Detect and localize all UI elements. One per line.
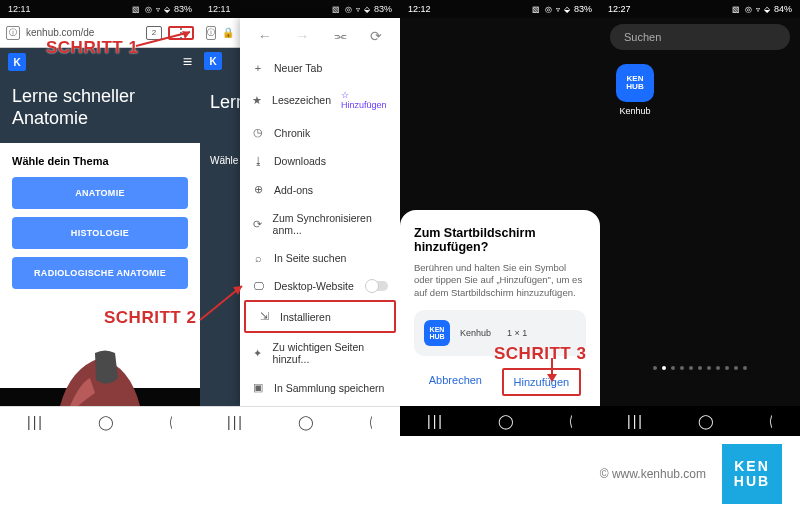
nav-recent-icon[interactable]: |||: [27, 414, 44, 430]
menu-item-install[interactable]: ⇲Installieren: [244, 300, 396, 333]
addon-icon: ⊕: [252, 183, 264, 196]
anatomy-illustration: [0, 338, 200, 406]
status-battery: 83%: [574, 4, 592, 14]
kenhub-logo[interactable]: K: [8, 53, 26, 71]
status-battery: 84%: [774, 4, 792, 14]
copyright-text: © www.kenhub.com: [600, 467, 706, 481]
download-icon: ⭳: [252, 155, 264, 167]
webpage-behind-menu: ⓘ🔒 K Lern Wähle: [200, 18, 240, 406]
search-icon: ⌕: [252, 252, 264, 264]
dialog-cancel-button[interactable]: Abbrechen: [419, 368, 492, 396]
kenhub-logo: K: [204, 52, 222, 70]
menu-back-icon[interactable]: ←: [258, 28, 272, 44]
nav-back-icon[interactable]: ⟨: [769, 413, 773, 429]
android-nav-bar: ||| ◯ ⟨: [0, 406, 200, 436]
nav-home-icon[interactable]: ◯: [498, 413, 514, 429]
app-preview-card[interactable]: KEN HUB Kenhub1 × 1: [414, 310, 586, 356]
dialog-title: Zum Startbildschirm hinzufügen?: [414, 226, 586, 254]
page-title-peek: Lern: [200, 74, 240, 113]
dialog-body: Berühren und halten Sie ein Symbol oder …: [414, 262, 586, 300]
nav-home-icon[interactable]: ◯: [298, 414, 314, 430]
status-icons: ▧ ◎ ▿ ⬙: [132, 5, 171, 14]
nav-home-icon[interactable]: ◯: [698, 413, 714, 429]
bookmark-add-link[interactable]: ☆ Hinzufügen: [341, 90, 388, 110]
menu-item-desktop-site[interactable]: 🖵Desktop-Website: [240, 272, 400, 300]
subheading-peek: Wähle: [200, 113, 240, 166]
status-bar: 12:12 ▧ ◎ ▿ ⬙83%: [400, 0, 600, 18]
homescreen-app-kenhub[interactable]: KEN HUB Kenhub: [614, 64, 656, 116]
page-indicator: [600, 366, 800, 370]
nav-back-icon[interactable]: ⟨: [569, 413, 573, 429]
nav-back-icon[interactable]: ⟨: [169, 414, 173, 430]
kenhub-brand-block: KEN HUB: [722, 444, 782, 504]
app-icon: KEN HUB: [424, 320, 450, 346]
menu-reload-icon[interactable]: ⟳: [370, 28, 382, 44]
hamburger-icon[interactable]: ≡: [183, 53, 192, 71]
menu-item-top-sites[interactable]: ✦Zu wichtigen Seiten hinzuf...: [240, 333, 400, 373]
status-time: 12:11: [208, 4, 231, 14]
nav-back-icon[interactable]: ⟨: [369, 414, 373, 430]
browser-overflow-menu: ← → ⫘ ⟳ +Neuer Tab ★Lesezeichen☆ Hinzufü…: [240, 18, 400, 406]
android-nav-bar: ||| ◯ ⟨: [400, 406, 600, 436]
nav-recent-icon[interactable]: |||: [627, 413, 644, 429]
menu-item-find[interactable]: ⌕In Seite suchen: [240, 244, 400, 272]
menu-item-history[interactable]: ◷Chronik: [240, 118, 400, 147]
menu-item-new-tab[interactable]: +Neuer Tab: [240, 54, 400, 82]
app-drawer-search[interactable]: Suchen: [610, 24, 790, 50]
status-battery: 83%: [174, 4, 192, 14]
nav-recent-icon[interactable]: |||: [227, 414, 244, 430]
status-time: 12:11: [8, 4, 31, 14]
app-name: Kenhub: [460, 328, 491, 338]
site-info-icon: ⓘ: [206, 26, 216, 40]
menu-item-addons[interactable]: ⊕Add-ons: [240, 175, 400, 204]
section-subheading: Wähle dein Thema: [12, 155, 188, 167]
topic-button-histologie[interactable]: HISTOLOGIE: [12, 217, 188, 249]
menu-share-icon[interactable]: ⫘: [333, 28, 347, 44]
dialog-add-button[interactable]: Hinzufügen: [502, 368, 582, 396]
url-text[interactable]: kenhub.com/de: [26, 27, 140, 38]
app-icon: KEN HUB: [616, 64, 654, 102]
android-nav-bar: ||| ◯ ⟨: [600, 406, 800, 436]
status-icons: ▧ ◎ ▿ ⬙: [332, 5, 371, 14]
status-bar: 12:11 ▧ ◎ ▿ ⬙83%: [0, 0, 200, 18]
sync-icon: ⟳: [252, 218, 263, 231]
nav-home-icon[interactable]: ◯: [98, 414, 114, 430]
status-bar: 12:11 ▧ ◎ ▿ ⬙83%: [200, 0, 400, 18]
browser-url-bar: ⓘ kenhub.com/de 2 ⋮: [0, 18, 200, 48]
status-time: 12:27: [608, 4, 631, 14]
lock-icon: 🔒: [222, 27, 234, 38]
phone-screen-2: 12:11 ▧ ◎ ▿ ⬙83% ⓘ🔒 K Lern Wähle ← → ⫘ ⟳…: [200, 0, 400, 436]
status-time: 12:12: [408, 4, 431, 14]
desktop-toggle[interactable]: [366, 281, 388, 291]
clock-icon: ◷: [252, 126, 264, 139]
tab-count-button[interactable]: 2: [146, 26, 162, 40]
collection-icon: ▣: [252, 381, 264, 394]
site-info-icon[interactable]: ⓘ: [6, 26, 20, 40]
menu-item-bookmarks[interactable]: ★Lesezeichen☆ Hinzufügen: [240, 82, 400, 118]
phone-screen-4: 12:27 ▧ ◎ ▿ ⬙84% Suchen KEN HUB Kenhub |…: [600, 0, 800, 436]
app-drawer-background: Suchen KEN HUB Kenhub: [600, 18, 800, 406]
phone-screen-3: 12:12 ▧ ◎ ▿ ⬙83% Zum Startbildschirm hin…: [400, 0, 600, 436]
app-label: Kenhub: [614, 106, 656, 116]
menu-forward-icon: →: [295, 28, 309, 44]
phone-screen-1: 12:11 ▧ ◎ ▿ ⬙83% ⓘ kenhub.com/de 2 ⋮ K ≡…: [0, 0, 200, 436]
add-to-homescreen-dialog: Zum Startbildschirm hinzufügen? Berühren…: [400, 210, 600, 406]
page-title: Lerne schneller Anatomie: [12, 86, 188, 129]
topic-button-anatomie[interactable]: ANATOMIE: [12, 177, 188, 209]
install-icon: ⇲: [258, 310, 270, 323]
android-nav-bar: ||| ◯ ⟨: [200, 406, 400, 436]
image-footer: © www.kenhub.com KEN HUB: [600, 444, 782, 504]
status-bar: 12:27 ▧ ◎ ▿ ⬙84%: [600, 0, 800, 18]
menu-item-collection[interactable]: ▣In Sammlung speichern: [240, 373, 400, 402]
webpage: K ≡ Lerne schneller Anatomie Wähle dein …: [0, 48, 200, 388]
menu-item-sync[interactable]: ⟳Zum Synchronisieren anm...: [240, 204, 400, 244]
menu-item-downloads[interactable]: ⭳Downloads: [240, 147, 400, 175]
app-size: 1 × 1: [507, 328, 527, 338]
pin-icon: ✦: [252, 347, 263, 360]
topic-button-radiologische[interactable]: RADIOLOGISCHE ANATOMIE: [12, 257, 188, 289]
browser-menu-button[interactable]: ⋮: [168, 26, 194, 40]
status-icons: ▧ ◎ ▿ ⬙: [532, 5, 571, 14]
status-battery: 83%: [374, 4, 392, 14]
plus-icon: +: [252, 62, 264, 74]
nav-recent-icon[interactable]: |||: [427, 413, 444, 429]
